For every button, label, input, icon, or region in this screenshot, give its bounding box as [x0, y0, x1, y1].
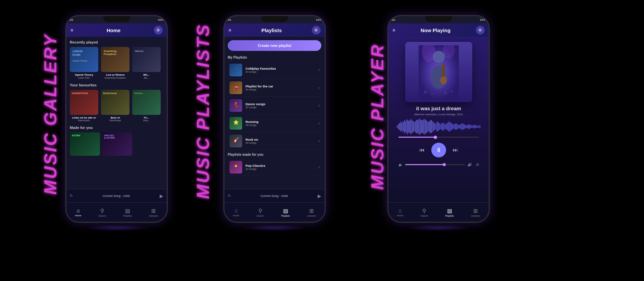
nav-libraries-3[interactable]: ⊞ Libraries — [471, 208, 480, 217]
prev-btn[interactable]: ⏮ — [419, 147, 425, 153]
waveform-bar-45 — [439, 123, 439, 130]
nav-libraries-2[interactable]: ⊞ Libraries — [307, 208, 316, 217]
topbar-1: ≡ Home ⚙ — [66, 23, 167, 37]
next-btn[interactable]: ⏭ — [453, 147, 458, 153]
create-playlist-btn[interactable]: Create new playlist — [228, 40, 321, 51]
waveform-bar-19 — [415, 122, 415, 131]
pause-btn[interactable]: ⏸ — [431, 143, 446, 157]
nav-libraries-1[interactable]: ⊞ Libraries — [149, 208, 158, 217]
libraries-icon-1: ⊞ — [151, 208, 156, 214]
refresh-icon-2[interactable]: ↻ — [228, 194, 231, 198]
waveform-bar-75 — [467, 125, 467, 128]
waveform-bar-88 — [479, 125, 480, 128]
waveform-bar-17 — [413, 121, 413, 133]
phone1-shadow — [83, 224, 150, 231]
settings-btn-3[interactable]: ⚙ — [476, 26, 485, 34]
album-artist-motorhead: Motorhead — [101, 119, 129, 122]
playlist-info-coldplay: Coldplay Favourites 24 songs — [246, 67, 318, 73]
libraries-icon-2: ⊞ — [309, 208, 314, 214]
nav-home-1[interactable]: ⌂ Home — [75, 208, 82, 217]
progress-bar[interactable] — [398, 137, 479, 138]
playlist-pop[interactable]: 👩 Pop Classics 22 songs › — [228, 158, 321, 176]
nav-home-2[interactable]: ⌂ Home — [233, 208, 239, 217]
refresh-icon-1[interactable]: ↻ — [70, 194, 73, 198]
carrier-2: EE — [228, 18, 231, 21]
bottom-nav-2: ⌂ Home ⚲ Search ▤ Playlists ⊞ Libraries — [224, 202, 325, 222]
waveform-bar-25 — [420, 119, 421, 134]
settings-btn-2[interactable]: ⚙ — [312, 26, 321, 34]
search-icon-2: ⚲ — [258, 208, 262, 214]
waveform-bar-65 — [458, 124, 458, 129]
play-icon-1[interactable]: ▶ — [160, 193, 163, 199]
waveform-bar-82 — [473, 125, 474, 128]
nav-playlists-1[interactable]: ▤ Playlists — [123, 208, 132, 217]
home-icon-1: ⌂ — [76, 208, 80, 214]
nav-playlists-label-3: Playlists — [445, 215, 454, 217]
nav-search-1[interactable]: ⚲ Search — [99, 208, 106, 217]
settings-btn-1[interactable]: ⚙ — [154, 26, 163, 34]
play-icon-2[interactable]: ▶ — [318, 193, 321, 199]
my-playlists-title: My Playlists — [228, 56, 321, 59]
waveform-bar-37 — [431, 120, 432, 133]
phone3: EE Monday, Sept 18 95% ≡ Now Playing ⚙ — [387, 15, 490, 223]
current-song-text-2: Current Song - Artist — [261, 194, 288, 198]
phone1-screen: EE Monday, Sept 18 95% ≡ Home ⚙ Recently… — [66, 16, 167, 222]
nav-home-3[interactable]: ⌂ Home — [397, 208, 404, 217]
playlists-made-title: Playlists made for you — [228, 153, 321, 156]
waveform-bar-52 — [445, 124, 446, 129]
album-card-alk[interactable]: Alkinos Wh... Alk... — [132, 47, 161, 79]
playlist-dance[interactable]: 💃 Dance songs 32 songs › — [228, 97, 321, 115]
waveform-bar-79 — [471, 125, 471, 128]
nav-playlists-label-2: Playlists — [281, 215, 290, 217]
svg-point-6 — [431, 92, 433, 95]
menu-icon-1[interactable]: ≡ — [70, 27, 73, 33]
waveform-bar-49 — [442, 123, 443, 131]
album-card-linkin[interactable]: LINKINPARK Hybrid Theory Hybrid Theory L… — [70, 47, 98, 79]
menu-icon-2[interactable]: ≡ — [228, 27, 231, 33]
topbar-3: ≡ Now Playing ⚙ — [388, 23, 489, 37]
playlist-running[interactable]: ⭐ Running 28 songs › — [228, 115, 321, 132]
waveform-bar-23 — [418, 119, 419, 134]
album-art-rammstein: RAMMSTEIN — [70, 90, 98, 115]
phone2-screen: EE Monday, Sept 18 93% ≡ Playlists ⚙ Cre… — [224, 16, 325, 222]
playlist-art-running: ⭐ — [229, 117, 242, 130]
volume-thumb[interactable] — [443, 163, 446, 166]
artist-figure-svg — [419, 45, 459, 99]
nav-libraries-label-1: Libraries — [149, 215, 158, 217]
svg-point-7 — [444, 91, 447, 94]
shuffle-icon[interactable]: ⇄ — [476, 162, 479, 167]
playlist-coldplay[interactable]: 🎵 Coldplay Favourites 24 songs › — [228, 61, 321, 79]
favourites-row: RAMMSTEIN Liebe ist fur alle or Rammstei… — [70, 90, 163, 122]
album-card-sma[interactable]: Mellow... Th... Sma... — [132, 90, 161, 122]
nav-playlists-label-1: Playlists — [123, 215, 132, 217]
waveform-bar-14 — [410, 120, 411, 134]
made-for-you-title: Made for you — [70, 126, 163, 130]
waveform-bar-68 — [460, 124, 461, 129]
phone3-shadow — [405, 224, 472, 231]
nav-libraries-label-2: Libraries — [307, 215, 316, 217]
album-card-rammstein[interactable]: RAMMSTEIN Liebe ist fur alle or Rammstei… — [70, 90, 98, 122]
menu-icon-3[interactable]: ≡ — [392, 27, 395, 33]
waveform-bar-67 — [459, 125, 460, 128]
made-card-1[interactable]: ASTRIX — [70, 132, 100, 156]
nav-playlists-2[interactable]: ▤ Playlists — [281, 208, 290, 217]
nav-search-3[interactable]: ⚲ Search — [421, 208, 428, 217]
made-card-2[interactable]: VINI VICI& ASTRIX — [102, 132, 132, 156]
waveform-bar-63 — [455, 123, 456, 130]
waveform-bar-29 — [424, 119, 425, 135]
nav-search-2[interactable]: ⚲ Search — [257, 208, 264, 217]
waveform-bar-21 — [416, 120, 417, 134]
playlist-car[interactable]: 🚗 Playlist for the car 63 songs › — [228, 79, 321, 97]
progress-thumb[interactable] — [434, 136, 437, 139]
album-card-motorhead[interactable]: Motörhead Best of Motorhead — [101, 90, 129, 122]
playlist-rock[interactable]: 🎸 Rock on 42 songs › — [228, 132, 321, 150]
player-controls: ⏮ ⏸ ⏭ — [419, 143, 458, 157]
phone2-content: Create new playlist My Playlists 🎵 Coldp… — [224, 37, 325, 189]
volume-bar[interactable] — [405, 164, 465, 165]
album-name-linkin: Hybrid Theory — [70, 73, 98, 77]
album-card-smashing[interactable]: SmashingPumpkins Live ar Riviera Smashin… — [101, 47, 129, 79]
playlist-name-rock: Rock on — [246, 138, 318, 141]
status-bar-2: EE Monday, Sept 18 93% — [224, 16, 325, 23]
nav-playlists-3[interactable]: ▤ Playlists — [445, 208, 454, 217]
carrier-1: EE — [70, 18, 73, 21]
